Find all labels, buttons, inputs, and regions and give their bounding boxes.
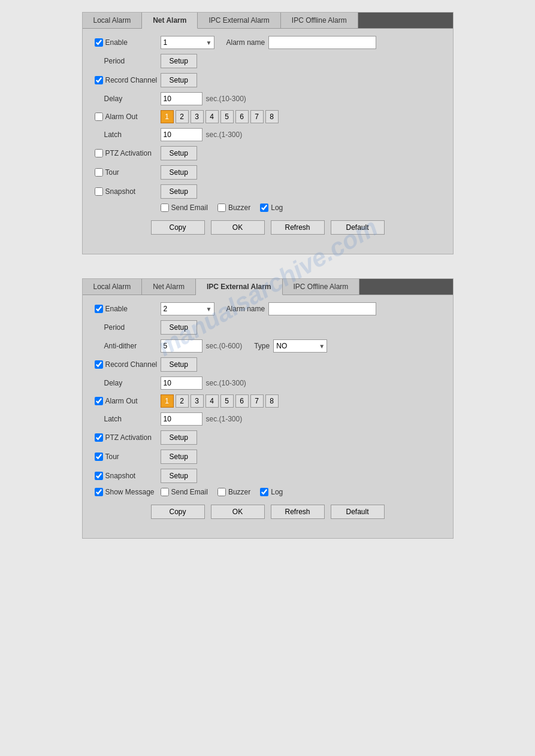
delay-unit-1: sec.(10-300) (206, 95, 246, 103)
type-select-2[interactable]: NO NC (273, 339, 327, 353)
action-row-1: Copy OK Refresh Default (95, 220, 441, 235)
alarm-out-btn-2-2[interactable]: 2 (176, 394, 189, 408)
send-email-checkbox-2[interactable] (161, 488, 169, 496)
alarm-out-text-1: Alarm Out (105, 113, 138, 121)
snapshot-setup-btn-1[interactable]: Setup (161, 184, 197, 199)
tour-row-2: Tour Setup (95, 450, 441, 464)
buzzer-item-2: Buzzer (217, 488, 250, 496)
alarm-out-btn-1-1[interactable]: 1 (161, 110, 174, 123)
log-checkbox-1[interactable] (260, 204, 268, 212)
period-row-1: Period Setup (95, 54, 441, 68)
ok-btn-1[interactable]: OK (211, 220, 265, 235)
tour-setup-btn-1[interactable]: Setup (161, 165, 197, 180)
ptz-checkbox-2[interactable] (95, 433, 103, 442)
tour-checkbox-1[interactable] (95, 168, 103, 177)
alarm-out-btn-2-1[interactable]: 1 (161, 394, 174, 408)
snapshot-checkbox-1[interactable] (95, 187, 103, 196)
record-channel-text-1: Record Channel (105, 76, 158, 84)
record-channel-checkbox-2[interactable] (95, 360, 103, 369)
show-message-label-2: Show Message (95, 488, 161, 496)
default-btn-2[interactable]: Default (331, 505, 385, 519)
snapshot-label-1: Snapshot (95, 187, 161, 196)
show-message-text-2: Show Message (105, 488, 155, 496)
alarm-name-input-2[interactable] (268, 302, 376, 315)
tab-ipc-external-2[interactable]: IPC External Alarm (196, 279, 283, 295)
ptz-setup-btn-2[interactable]: Setup (161, 430, 197, 445)
enable-checkbox-2[interactable] (95, 305, 103, 313)
alarm-out-checkbox-1[interactable] (95, 113, 103, 121)
alarm-out-btn-1-6[interactable]: 6 (235, 110, 249, 123)
channel-select-1[interactable]: 1 2 3 4 (161, 36, 214, 49)
copy-btn-1[interactable]: Copy (151, 220, 205, 235)
refresh-btn-1[interactable]: Refresh (271, 220, 325, 235)
copy-btn-2[interactable]: Copy (151, 505, 205, 519)
action-row-2: Copy OK Refresh Default (95, 505, 441, 519)
tour-setup-btn-2[interactable]: Setup (161, 450, 197, 464)
tab-local-alarm-2[interactable]: Local Alarm (83, 279, 143, 294)
tab-ipc-offline-1[interactable]: IPC Offline Alarm (281, 13, 358, 28)
alarm-out-checkbox-2[interactable] (95, 397, 103, 405)
enable-checkbox-1[interactable] (95, 38, 103, 47)
alarm-out-btn-2-8[interactable]: 8 (265, 394, 279, 408)
alarm-name-input-1[interactable] (268, 36, 376, 49)
alarm-out-btn-1-4[interactable]: 4 (205, 110, 219, 123)
panel-2: Local Alarm Net Alarm IPC External Alarm… (82, 278, 454, 539)
alarm-out-btn-1-2[interactable]: 2 (176, 110, 189, 123)
latch-input-1[interactable] (161, 128, 202, 141)
anti-dither-unit-2: sec.(0-600) (206, 342, 243, 350)
tour-checkbox-2[interactable] (95, 453, 103, 461)
default-btn-1[interactable]: Default (331, 220, 385, 235)
channel-select-2[interactable]: 1 2 3 4 (161, 302, 214, 315)
alarm-out-btn-2-3[interactable]: 3 (191, 394, 204, 408)
delay-label-1: Delay (95, 95, 161, 103)
send-email-text-1: Send Email (171, 204, 208, 212)
tab-extra-1 (358, 13, 453, 28)
record-channel-setup-btn-2[interactable]: Setup (161, 357, 197, 372)
alarm-out-btn-2-5[interactable]: 5 (220, 394, 234, 408)
channel-select-wrap-2: 1 2 3 4 ▼ (161, 302, 214, 315)
send-email-checkbox-1[interactable] (161, 204, 169, 212)
tour-label-2: Tour (95, 453, 161, 461)
period-setup-btn-1[interactable]: Setup (161, 54, 197, 68)
period-setup-btn-2[interactable]: Setup (161, 320, 197, 335)
buzzer-checkbox-2[interactable] (217, 488, 226, 496)
alarm-out-btn-1-8[interactable]: 8 (265, 110, 279, 123)
send-email-text-2: Send Email (171, 488, 208, 496)
alarm-out-btn-1-7[interactable]: 7 (250, 110, 264, 123)
ptz-label-1: PTZ Activation (95, 149, 161, 157)
snapshot-row-2: Snapshot Setup (95, 469, 441, 483)
tab-net-alarm-1[interactable]: Net Alarm (142, 13, 198, 29)
alarm-out-btn-1-3[interactable]: 3 (191, 110, 204, 123)
ok-btn-2[interactable]: OK (211, 505, 265, 519)
show-message-checkbox-2[interactable] (95, 488, 103, 496)
alarm-out-btn-2-4[interactable]: 4 (205, 394, 219, 408)
delay-input-2[interactable] (161, 377, 202, 390)
buzzer-checkbox-1[interactable] (217, 204, 226, 212)
channel-select-wrap-1: 1 2 3 4 ▼ (161, 36, 214, 49)
snapshot-checkbox-2[interactable] (95, 472, 103, 480)
ptz-setup-btn-1[interactable]: Setup (161, 146, 197, 160)
send-email-item-2: Send Email (161, 488, 208, 496)
log-item-1: Log (260, 204, 283, 212)
delay-input-1[interactable] (161, 92, 202, 105)
alarm-out-btn-2-6[interactable]: 6 (235, 394, 249, 408)
refresh-btn-2[interactable]: Refresh (271, 505, 325, 519)
latch-row-1: Latch sec.(1-300) (95, 128, 441, 141)
alarm-out-btn-2-7[interactable]: 7 (250, 394, 264, 408)
alarm-out-btn-1-5[interactable]: 5 (220, 110, 234, 123)
ptz-checkbox-1[interactable] (95, 149, 103, 157)
enable-row-1: Enable 1 2 3 4 ▼ Alarm name (95, 36, 441, 49)
snapshot-setup-btn-2[interactable]: Setup (161, 469, 197, 483)
panel-2-content: Enable 1 2 3 4 ▼ Alarm name Period Set (83, 295, 453, 526)
latch-input-2[interactable] (161, 412, 202, 426)
anti-dither-input-2[interactable] (161, 339, 202, 353)
tab-ipc-offline-2[interactable]: IPC Offline Alarm (283, 279, 360, 294)
record-channel-setup-btn-1[interactable]: Setup (161, 73, 197, 87)
tab-local-alarm-1[interactable]: Local Alarm (83, 13, 143, 28)
record-channel-label-1: Record Channel (95, 76, 161, 84)
log-checkbox-2[interactable] (260, 488, 268, 496)
record-channel-row-2: Record Channel Setup (95, 357, 441, 372)
tab-net-alarm-2[interactable]: Net Alarm (142, 279, 196, 294)
tab-ipc-external-1[interactable]: IPC External Alarm (198, 13, 280, 28)
record-channel-checkbox-1[interactable] (95, 76, 103, 84)
